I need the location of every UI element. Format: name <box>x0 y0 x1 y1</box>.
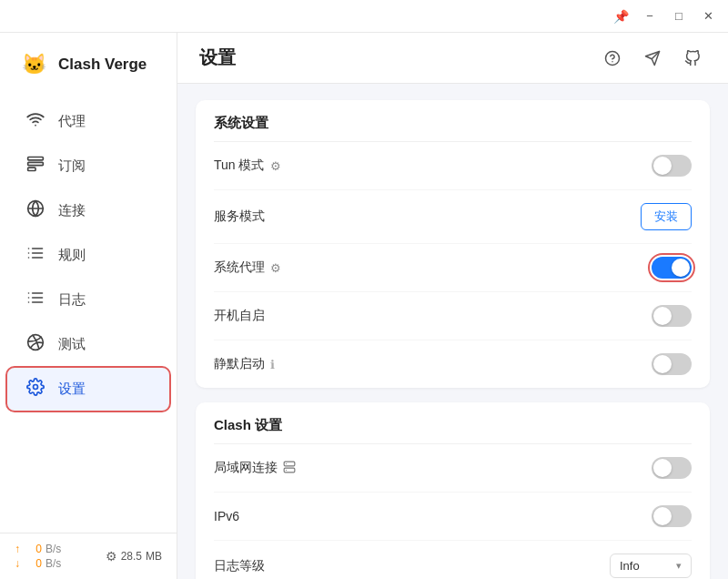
log-level-value: Info <box>620 559 640 573</box>
settings-icon <box>25 378 46 401</box>
log-level-label: 日志等级 <box>214 558 265 574</box>
svg-rect-24 <box>284 462 295 466</box>
ipv6-row: IPv6 <box>214 493 692 541</box>
github-button[interactable] <box>679 45 706 72</box>
upload-value: 0 <box>24 543 42 555</box>
log-level-row: 日志等级 Info ▾ <box>214 541 692 579</box>
download-arrow-icon: ↓ <box>15 557 20 570</box>
silent-start-label: 静默启动 ℹ <box>214 356 275 372</box>
service-mode-text: 服务模式 <box>214 208 265 225</box>
globe-icon <box>25 199 46 222</box>
sidebar-item-label-connect: 连接 <box>58 202 86 219</box>
close-button[interactable]: ✕ <box>695 4 721 29</box>
settings-scroll: 系统设置 Tun 模式 ⚙ 服务模式 安装 <box>177 84 728 579</box>
autostart-label: 开机自启 <box>214 308 265 324</box>
sidebar-footer: ↑ 0 B/s ↓ 0 B/s ⚙ 28.5 MB <box>0 533 177 579</box>
minimize-button[interactable]: − <box>637 4 662 29</box>
help-button[interactable] <box>599 45 626 72</box>
sidebar-item-label-logs: 日志 <box>58 291 86 309</box>
content-header: 设置 <box>177 33 728 84</box>
sidebar-item-logs[interactable]: 日志 <box>7 279 169 321</box>
tun-mode-toggle[interactable] <box>652 155 692 177</box>
svg-rect-1 <box>28 157 44 160</box>
tun-mode-row: Tun 模式 ⚙ <box>214 142 692 190</box>
chevron-down-icon: ▾ <box>676 560 682 572</box>
log-level-text: 日志等级 <box>214 558 265 574</box>
test-icon <box>25 333 46 356</box>
ipv6-label: IPv6 <box>214 509 239 523</box>
sidebar-item-proxy[interactable]: 代理 <box>7 100 169 143</box>
lan-toggle[interactable] <box>652 457 692 479</box>
content-area: 设置 <box>177 33 728 579</box>
svg-rect-2 <box>28 162 44 165</box>
download-stat: ↓ 0 B/s <box>15 557 61 570</box>
disk-stat: ⚙ 28.5 MB <box>106 549 162 564</box>
upload-stat: ↑ 0 B/s <box>15 543 61 555</box>
download-unit: B/s <box>46 557 61 570</box>
log-level-select[interactable]: Info ▾ <box>610 554 692 578</box>
title-bar: 📌 − □ ✕ <box>0 0 728 33</box>
sidebar-item-test[interactable]: 测试 <box>7 323 169 366</box>
autostart-toggle[interactable] <box>652 305 692 327</box>
silent-start-toggle[interactable] <box>652 353 692 375</box>
system-settings-section: 系统设置 Tun 模式 ⚙ 服务模式 安装 <box>196 100 710 388</box>
silent-start-row: 静默启动 ℹ <box>214 340 692 388</box>
sidebar-item-connect[interactable]: 连接 <box>7 189 169 232</box>
svg-point-19 <box>34 385 38 390</box>
install-button[interactable]: 安装 <box>641 203 692 230</box>
app-logo-icon: 🐱 <box>18 49 49 80</box>
pin-button[interactable]: 📌 <box>608 4 633 29</box>
service-mode-label: 服务模式 <box>214 208 265 225</box>
send-button[interactable] <box>639 45 666 72</box>
sys-proxy-row: 系统代理 ⚙ <box>214 244 692 292</box>
upload-arrow-icon: ↑ <box>15 543 20 555</box>
sidebar-logo: 🐱 Clash Verge <box>0 33 177 95</box>
app-name: Clash Verge <box>58 56 147 74</box>
disk-value: 28.5 <box>121 550 142 563</box>
silent-info-icon[interactable]: ℹ <box>270 358 275 371</box>
subs-icon <box>25 155 46 178</box>
header-actions <box>599 45 706 72</box>
disk-unit: MB <box>146 550 162 563</box>
sidebar: 🐱 Clash Verge 代理 订阅 <box>0 33 177 579</box>
autostart-text: 开机自启 <box>214 308 265 324</box>
clash-section-title: Clash 设置 <box>214 402 692 444</box>
silent-start-text: 静默启动 <box>214 356 265 372</box>
download-value: 0 <box>24 557 42 570</box>
service-mode-row: 服务模式 安装 <box>214 190 692 244</box>
page-title: 设置 <box>199 46 236 70</box>
autostart-row: 开机自启 <box>214 292 692 340</box>
sidebar-item-label-rules: 规则 <box>58 247 86 264</box>
wifi-icon <box>25 110 46 133</box>
system-section-title: 系统设置 <box>214 100 692 142</box>
sidebar-item-label-settings: 设置 <box>58 381 86 398</box>
tun-mode-text: Tun 模式 <box>214 157 265 174</box>
lan-text: 局域网连接 <box>214 460 278 476</box>
clash-settings-section: Clash 设置 局域网连接 <box>196 402 710 579</box>
sidebar-item-label-test: 测试 <box>58 336 86 353</box>
sysproxy-gear-icon[interactable]: ⚙ <box>270 261 281 275</box>
lan-label: 局域网连接 <box>214 460 296 476</box>
logs-icon <box>25 289 46 311</box>
tun-gear-icon[interactable]: ⚙ <box>270 159 281 173</box>
rules-icon <box>25 244 46 267</box>
svg-rect-25 <box>284 468 295 472</box>
tun-mode-label: Tun 模式 ⚙ <box>214 157 281 174</box>
app-body: 🐱 Clash Verge 代理 订阅 <box>0 33 728 579</box>
svg-rect-3 <box>28 168 35 170</box>
network-stats: ↑ 0 B/s ↓ 0 B/s <box>15 543 93 570</box>
upload-unit: B/s <box>46 543 61 555</box>
sidebar-item-subs[interactable]: 订阅 <box>7 145 169 188</box>
sidebar-item-settings[interactable]: 设置 <box>7 368 169 411</box>
sidebar-item-rules[interactable]: 规则 <box>7 234 169 277</box>
disk-icon: ⚙ <box>106 549 117 564</box>
ipv6-toggle[interactable] <box>652 505 692 527</box>
sidebar-item-label-subs: 订阅 <box>58 157 86 175</box>
sidebar-item-label-proxy: 代理 <box>58 113 86 130</box>
sys-proxy-toggle[interactable] <box>652 257 692 279</box>
maximize-button[interactable]: □ <box>666 4 692 29</box>
sidebar-nav: 代理 订阅 连接 <box>0 95 177 533</box>
lan-badge-icon <box>283 461 296 476</box>
ipv6-text: IPv6 <box>214 509 239 523</box>
sys-proxy-text: 系统代理 <box>214 259 265 276</box>
